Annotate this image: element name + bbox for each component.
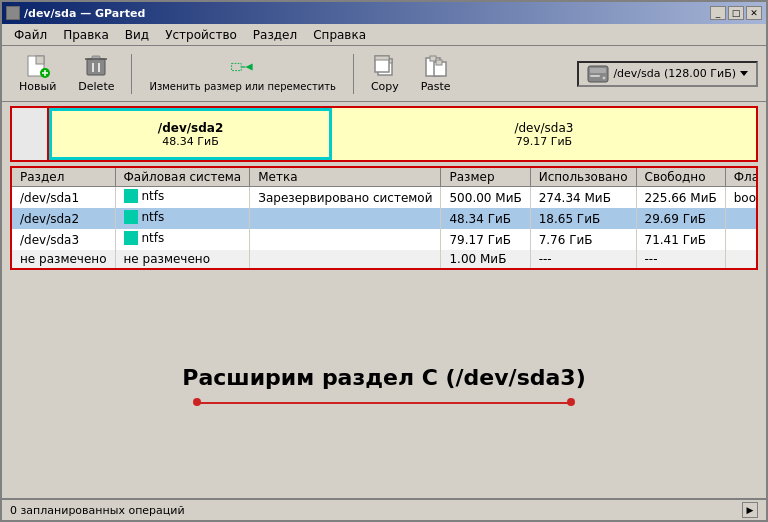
resize-icon xyxy=(231,55,255,79)
annotation-area: Расширим раздел С (/dev/sda3) xyxy=(2,270,766,498)
fs-color-indicator xyxy=(124,189,138,203)
annotation-title: Расширим раздел С (/dev/sda3) xyxy=(182,365,585,390)
svg-point-23 xyxy=(602,76,606,80)
paste-button[interactable]: Paste xyxy=(412,50,460,98)
cell-free: 71.41 ГиБ xyxy=(636,229,725,250)
cell-flags xyxy=(725,208,758,229)
cell-label xyxy=(250,208,441,229)
col-free: Свободно xyxy=(636,168,725,187)
cell-filesystem: ntfs xyxy=(115,187,250,209)
new-label: Новый xyxy=(19,80,56,93)
cell-size: 79.17 ГиБ xyxy=(441,229,530,250)
device-dropdown[interactable]: /dev/sda (128.00 ГиБ) xyxy=(577,61,758,87)
table-row[interactable]: /dev/sda3ntfs79.17 ГиБ7.76 ГиБ71.41 ГиБ xyxy=(12,229,758,250)
svg-marker-11 xyxy=(245,63,252,70)
cell-label xyxy=(250,250,441,268)
copy-icon-svg xyxy=(373,54,397,78)
col-flags: Флаги xyxy=(725,168,758,187)
hdd-icon xyxy=(587,65,609,83)
main-window: /dev/sda — GParted _ □ ✕ Файл Правка Вид… xyxy=(0,0,768,522)
disk-partition-sda3[interactable]: /dev/sda3 79.17 ГиБ xyxy=(332,108,756,160)
device-selector[interactable]: /dev/sda (128.00 ГиБ) xyxy=(577,61,758,87)
menu-file[interactable]: Файл xyxy=(6,26,55,44)
table-row[interactable]: не размеченоне размечено1.00 МиБ------ xyxy=(12,250,758,268)
svg-rect-1 xyxy=(36,56,44,64)
disk-visual: /dev/sda2 48.34 ГиБ /dev/sda3 79.17 ГиБ xyxy=(10,106,758,162)
cell-label: Зарезервировано системой xyxy=(250,187,441,209)
status-bar: 0 запланированных операций ▶ xyxy=(2,498,766,520)
svg-rect-5 xyxy=(87,59,105,75)
svg-rect-20 xyxy=(436,60,442,65)
svg-rect-10 xyxy=(231,63,241,70)
disk-partition-sda3-size: 79.17 ГиБ xyxy=(516,135,572,148)
toolbar-sep-1 xyxy=(131,54,132,94)
paste-icon-svg xyxy=(424,54,448,78)
delete-label: Delete xyxy=(78,80,114,93)
resize-label: Изменить размер или переместить xyxy=(149,81,335,92)
menu-edit[interactable]: Правка xyxy=(55,26,117,44)
cell-used: 274.34 МиБ xyxy=(530,187,636,209)
dropdown-arrow-icon xyxy=(740,71,748,76)
cell-size: 500.00 МиБ xyxy=(441,187,530,209)
device-label: /dev/sda (128.00 ГиБ) xyxy=(613,67,736,80)
cell-flags: boot xyxy=(725,187,758,209)
cell-flags xyxy=(725,229,758,250)
copy-label: Copy xyxy=(371,80,399,93)
minimize-button[interactable]: _ xyxy=(710,6,726,20)
annotation-line xyxy=(194,402,574,404)
cell-partition: /dev/sda1 xyxy=(12,187,115,209)
cell-used: --- xyxy=(530,250,636,268)
svg-rect-16 xyxy=(375,56,389,60)
paste-icon xyxy=(424,54,448,78)
resize-icon-svg xyxy=(231,55,255,79)
title-bar-buttons: _ □ ✕ xyxy=(710,6,762,20)
cell-flags xyxy=(725,250,758,268)
disk-partition-sda2[interactable]: /dev/sda2 48.34 ГиБ xyxy=(49,108,332,160)
col-partition: Раздел xyxy=(12,168,115,187)
cell-free: --- xyxy=(636,250,725,268)
menu-view[interactable]: Вид xyxy=(117,26,157,44)
main-content: /dev/sda2 48.34 ГиБ /dev/sda3 79.17 ГиБ … xyxy=(2,102,766,498)
fs-text: ntfs xyxy=(142,231,165,245)
disk-partition-sda3-label: /dev/sda3 xyxy=(514,121,573,135)
cell-filesystem: ntfs xyxy=(115,208,250,229)
col-used: Использовано xyxy=(530,168,636,187)
cell-free: 29.69 ГиБ xyxy=(636,208,725,229)
title-bar: /dev/sda — GParted _ □ ✕ xyxy=(2,2,766,24)
menu-help[interactable]: Справка xyxy=(305,26,374,44)
svg-rect-18 xyxy=(430,56,436,61)
cell-used: 7.76 ГиБ xyxy=(530,229,636,250)
col-filesystem: Файловая система xyxy=(115,168,250,187)
menu-partition[interactable]: Раздел xyxy=(245,26,305,44)
cell-size: 1.00 МиБ xyxy=(441,250,530,268)
disk-partition-sda1[interactable] xyxy=(12,108,49,160)
svg-rect-24 xyxy=(590,75,600,77)
fs-color-indicator xyxy=(124,210,138,224)
new-button[interactable]: Новый xyxy=(10,50,65,98)
copy-icon xyxy=(373,54,397,78)
paste-label: Paste xyxy=(421,80,451,93)
delete-icon-svg xyxy=(84,54,108,78)
maximize-button[interactable]: □ xyxy=(728,6,744,20)
col-label: Метка xyxy=(250,168,441,187)
horizontal-scrollbar[interactable]: ▶ xyxy=(742,502,758,518)
delete-icon xyxy=(84,54,108,78)
table-row[interactable]: /dev/sda2ntfs48.34 ГиБ18.65 ГиБ29.69 ГиБ xyxy=(12,208,758,229)
title-bar-left: /dev/sda — GParted xyxy=(6,6,145,20)
svg-rect-22 xyxy=(590,68,606,73)
new-icon-svg xyxy=(26,54,50,78)
cell-free: 225.66 МиБ xyxy=(636,187,725,209)
partition-table: Раздел Файловая система Метка Размер Исп… xyxy=(12,168,758,268)
resize-button[interactable]: Изменить размер или переместить xyxy=(140,50,344,98)
status-text: 0 запланированных операций xyxy=(10,504,185,517)
cell-filesystem: не размечено xyxy=(115,250,250,268)
delete-button[interactable]: Delete xyxy=(69,50,123,98)
cell-label xyxy=(250,229,441,250)
menu-device[interactable]: Устройство xyxy=(157,26,245,44)
table-row[interactable]: /dev/sda1ntfsЗарезервировано системой500… xyxy=(12,187,758,209)
fs-text: ntfs xyxy=(142,189,165,203)
cell-partition: /dev/sda2 xyxy=(12,208,115,229)
close-button[interactable]: ✕ xyxy=(746,6,762,20)
col-size: Размер xyxy=(441,168,530,187)
copy-button[interactable]: Copy xyxy=(362,50,408,98)
